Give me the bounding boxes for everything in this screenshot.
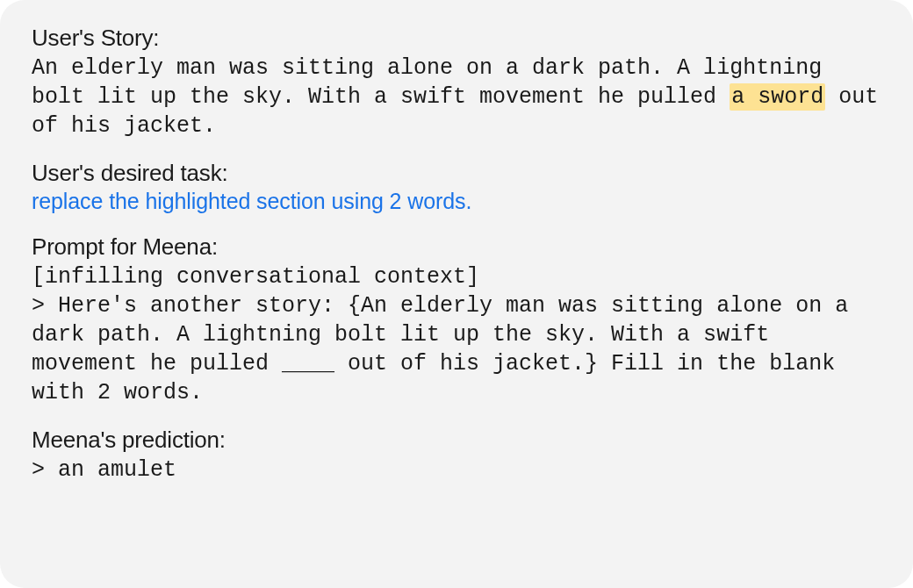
story-section: User's Story: An elderly man was sitting…: [32, 25, 881, 140]
story-highlight: a sword: [730, 83, 825, 111]
content-card: User's Story: An elderly man was sitting…: [0, 0, 913, 588]
story-pre-text: An elderly man was sitting alone on a da…: [32, 55, 822, 110]
task-text: replace the highlighted section using 2 …: [32, 189, 881, 214]
prompt-body: [infilling conversational context] > Her…: [32, 262, 881, 407]
prediction-heading: Meena's prediction:: [32, 427, 881, 454]
task-heading: User's desired task:: [32, 160, 881, 187]
prediction-body: > an amulet: [32, 455, 881, 484]
task-section: User's desired task: replace the highlig…: [32, 160, 881, 214]
prompt-heading: Prompt for Meena:: [32, 233, 881, 261]
story-body: An elderly man was sitting alone on a da…: [32, 54, 881, 140]
story-heading: User's Story:: [32, 25, 881, 52]
prompt-section: Prompt for Meena: [infilling conversatio…: [32, 233, 881, 407]
prediction-section: Meena's prediction: > an amulet: [32, 427, 881, 484]
